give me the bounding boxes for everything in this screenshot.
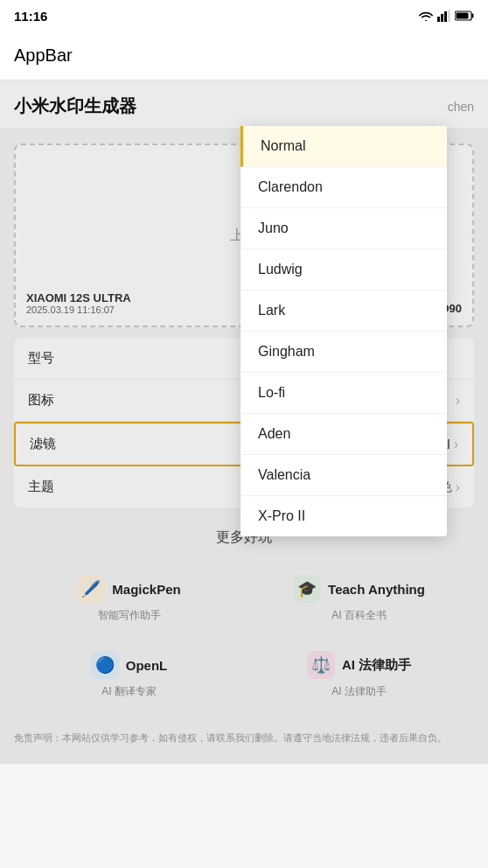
chevron-icon-icon: › bbox=[456, 393, 460, 409]
app-name-teach: Teach Anything bbox=[328, 582, 425, 597]
app-bar-title: AppBar bbox=[14, 46, 73, 66]
dropdown-item-xpro2[interactable]: X-Pro II bbox=[241, 496, 447, 536]
app-item-teach[interactable]: 🎓 Teach Anything AI 百科全书 bbox=[244, 561, 474, 637]
dropdown-item-juno[interactable]: Juno bbox=[241, 208, 447, 249]
device-model: XIAOMI 12S ULTRA bbox=[26, 291, 131, 304]
settings-label-filter: 滤镜 bbox=[30, 436, 56, 452]
app-icon-teach: 🎓 bbox=[293, 575, 321, 603]
dropdown-item-aden[interactable]: Aden bbox=[241, 414, 447, 455]
page-header: 小米水印生成器 chen bbox=[0, 80, 488, 130]
wifi-icon bbox=[418, 10, 434, 22]
dropdown-item-normal[interactable]: Normal bbox=[241, 126, 447, 167]
dropdown-item-lark[interactable]: Lark bbox=[241, 290, 447, 332]
app-icon-magickpen: 🖊️ bbox=[77, 575, 105, 603]
svg-rect-5 bbox=[472, 14, 474, 18]
page-title: 小米水印生成器 bbox=[14, 94, 136, 118]
dropdown-item-ludwig[interactable]: Ludwig bbox=[241, 249, 447, 290]
app-icon-row-legal: ⚖️ AI 法律助手 bbox=[307, 651, 411, 679]
disclaimer: 免责声明：本网站仅供学习参考，如有侵权，请联系我们删除。请遵守当地法律法规，违者… bbox=[0, 713, 488, 764]
status-time: 11:16 bbox=[14, 9, 47, 24]
apps-grid: 🖊️ MagickPen 智能写作助手 🎓 Teach Anything AI … bbox=[14, 561, 474, 713]
device-info: XIAOMI 12S ULTRA 2025.03.19 11:16:07 bbox=[26, 291, 131, 315]
svg-rect-3 bbox=[448, 10, 450, 22]
app-icon-row-openl: 🔵 OpenL bbox=[91, 651, 168, 679]
app-icon-row-magickpen: 🖊️ MagickPen bbox=[77, 575, 180, 603]
app-icon-openl: 🔵 bbox=[91, 651, 119, 679]
device-date: 2025.03.19 11:16:07 bbox=[26, 304, 131, 315]
chevron-icon-theme: › bbox=[456, 480, 460, 495]
app-item-legal[interactable]: ⚖️ AI 法律助手 AI 法律助手 bbox=[244, 637, 474, 713]
svg-rect-0 bbox=[437, 17, 440, 22]
app-desc-magickpen: 智能写作助手 bbox=[98, 608, 161, 623]
dropdown-item-gingham[interactable]: Gingham bbox=[241, 332, 447, 373]
settings-label-icon: 图标 bbox=[28, 392, 54, 409]
settings-value-icon: › bbox=[456, 393, 460, 409]
app-item-openl[interactable]: 🔵 OpenL AI 翻译专家 bbox=[14, 637, 244, 713]
dropdown-item-lofi[interactable]: Lo-fi bbox=[241, 373, 447, 414]
filter-dropdown[interactable]: Normal Clarendon Juno Ludwig Lark Gingha… bbox=[241, 126, 447, 536]
dropdown-item-valencia[interactable]: Valencia bbox=[241, 455, 447, 496]
app-bar: AppBar bbox=[0, 32, 488, 80]
status-icons bbox=[418, 10, 474, 22]
chevron-icon-filter: › bbox=[454, 437, 458, 452]
svg-rect-1 bbox=[441, 14, 443, 22]
status-bar: 11:16 bbox=[0, 0, 488, 32]
svg-rect-6 bbox=[457, 13, 469, 19]
settings-label-theme: 主题 bbox=[28, 479, 54, 495]
app-desc-teach: AI 百科全书 bbox=[331, 608, 387, 623]
signal-icon bbox=[437, 10, 451, 22]
app-name-legal: AI 法律助手 bbox=[342, 657, 411, 674]
settings-label-model: 型号 bbox=[28, 350, 54, 367]
page-header-right: chen bbox=[448, 100, 474, 114]
app-icon-legal: ⚖️ bbox=[307, 651, 335, 679]
dropdown-item-clarendon[interactable]: Clarendon bbox=[241, 167, 447, 208]
app-name-openl: OpenL bbox=[126, 658, 168, 673]
app-desc-legal: AI 法律助手 bbox=[331, 684, 387, 699]
battery-icon bbox=[455, 10, 474, 21]
svg-rect-2 bbox=[444, 11, 447, 22]
app-name-magickpen: MagickPen bbox=[112, 582, 180, 597]
app-desc-openl: AI 翻译专家 bbox=[101, 684, 157, 699]
app-icon-row-teach: 🎓 Teach Anything bbox=[293, 575, 425, 603]
app-item-magickpen[interactable]: 🖊️ MagickPen 智能写作助手 bbox=[14, 561, 244, 637]
more-section: 更多好玩 🖊️ MagickPen 智能写作助手 🎓 Teach Anythin… bbox=[14, 528, 474, 713]
